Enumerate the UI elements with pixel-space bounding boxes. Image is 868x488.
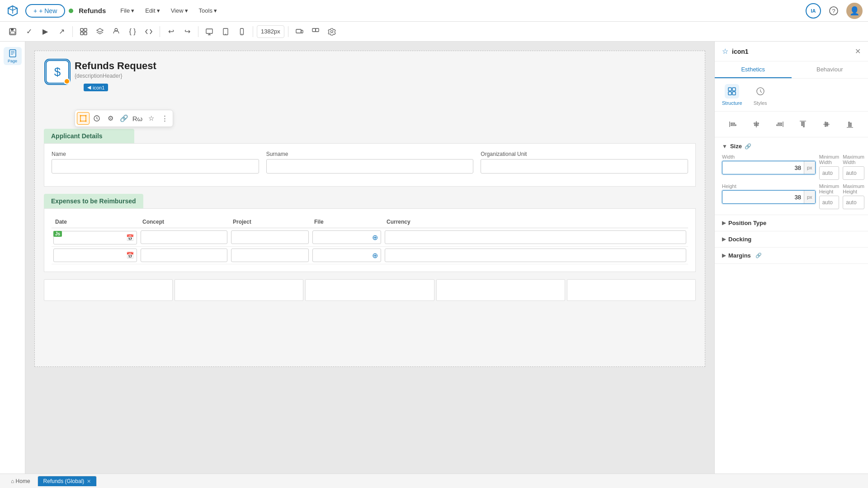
svg-point-14	[241, 33, 242, 34]
table-row: Js 📅	[52, 228, 688, 247]
user-avatar[interactable]: 👤	[846, 3, 863, 19]
docking-section[interactable]: ▶ Docking	[715, 231, 868, 248]
ia-badge[interactable]: IA	[806, 3, 821, 19]
nav-edit[interactable]: Edit ▾	[142, 5, 163, 16]
currency-input-1[interactable]	[385, 230, 686, 244]
nav-file[interactable]: File ▾	[117, 5, 138, 16]
form-icon[interactable]: $	[46, 60, 69, 84]
svg-rect-21	[80, 116, 86, 121]
components-button[interactable]	[76, 24, 91, 39]
calendar-icon-1[interactable]: 📅	[126, 234, 134, 241]
check-button[interactable]: ✓	[22, 24, 36, 39]
size-label: Size	[730, 143, 742, 150]
responsive-button[interactable]	[292, 24, 307, 39]
project-input-2[interactable]	[231, 249, 309, 262]
curly-button[interactable]: { }	[125, 24, 140, 39]
data-button[interactable]	[109, 24, 123, 39]
play-button[interactable]: ▶	[38, 24, 52, 39]
panel-close-btn[interactable]: ✕	[855, 47, 861, 56]
width-group: Width px	[722, 154, 816, 180]
element-name-title: icon1	[732, 48, 749, 55]
min-width-group: Minimum Width auto	[819, 154, 840, 180]
file-cell-2: ⊕	[311, 247, 383, 264]
settings-button[interactable]	[325, 24, 339, 39]
svg-rect-17	[312, 28, 316, 32]
code-button[interactable]	[142, 24, 156, 39]
add-file-icon-2[interactable]: ⊕	[372, 251, 378, 260]
ct-link-btn[interactable]: 🔗	[118, 112, 130, 125]
margins-section[interactable]: ▶ Margins 🔗	[715, 248, 868, 264]
project-input-1[interactable]	[231, 230, 309, 244]
height-input[interactable]	[722, 194, 804, 201]
save-button[interactable]	[5, 24, 20, 39]
col-date-header: Date	[52, 216, 139, 228]
applicant-section: Applicant Details Name Surname Organizat…	[44, 129, 696, 187]
width-input[interactable]	[722, 164, 804, 171]
new-button[interactable]: + + New	[25, 4, 65, 18]
svg-rect-10	[206, 29, 212, 33]
form-title: Refunds Request	[75, 60, 156, 72]
desktop-button[interactable]	[202, 24, 217, 39]
help-button[interactable]: ?	[826, 4, 841, 18]
nav-tools[interactable]: Tools ▾	[195, 5, 221, 16]
position-type-section[interactable]: ▶ Position Type	[715, 215, 868, 231]
concept-input-1[interactable]	[141, 230, 227, 244]
align-bottom[interactable]	[839, 117, 861, 131]
form-title-area: Refunds Request {descriptionHeader}	[75, 60, 156, 79]
layers-button[interactable]	[93, 24, 107, 39]
sidebar-item-page[interactable]: Page	[4, 47, 22, 65]
min-height-input-row: auto	[819, 196, 840, 209]
align-top[interactable]	[792, 117, 814, 131]
width-label: Width	[722, 154, 816, 160]
undo-button[interactable]: ↩	[164, 24, 178, 39]
refunds-tab[interactable]: Refunds (Global) ✕	[38, 476, 97, 486]
date-input-2[interactable]	[57, 252, 124, 258]
ct-settings-btn[interactable]: ⚙	[104, 112, 117, 125]
view-styles[interactable]: Styles	[753, 84, 768, 106]
add-file-icon-1[interactable]: ⊕	[372, 233, 378, 242]
ct-data-btn[interactable]: Rω	[131, 112, 144, 125]
name-input[interactable]	[52, 159, 259, 174]
home-tab[interactable]: ⌂ Home	[5, 476, 36, 486]
tab-esthetics[interactable]: Esthetics	[715, 61, 792, 78]
align-center-v[interactable]	[816, 117, 837, 131]
right-panel-title: ☆ icon1 ✕	[715, 42, 868, 61]
redo-button[interactable]: ↪	[180, 24, 194, 39]
nav-view[interactable]: View ▾	[167, 5, 192, 16]
ct-action-btn[interactable]: ☆	[145, 112, 157, 125]
min-height-group: Minimum Height auto	[819, 183, 840, 209]
date-input-1[interactable]	[57, 235, 124, 241]
calendar-icon-2[interactable]: 📅	[126, 252, 134, 259]
canvas-area[interactable]: $ Refunds Request {descriptionHeader} ◀ …	[25, 42, 714, 474]
app-logo[interactable]	[5, 4, 20, 18]
size-header[interactable]: ▼ Size 🔗	[722, 143, 861, 150]
project-cell-1	[229, 228, 311, 247]
tablet-button[interactable]	[218, 24, 233, 39]
concept-input-2[interactable]	[141, 249, 227, 262]
rp-view-tabs: Structure Styles	[715, 79, 868, 112]
size-chevron: ▼	[722, 143, 727, 150]
frames-button[interactable]	[308, 24, 323, 39]
publish-button[interactable]: ↗	[54, 24, 69, 39]
align-right[interactable]	[769, 117, 791, 131]
file-upload-2[interactable]: ⊕	[312, 249, 381, 262]
org-unit-input[interactable]	[481, 159, 688, 174]
structure-icon-box	[725, 84, 739, 99]
mobile-button[interactable]	[235, 24, 249, 39]
currency-input-2[interactable]	[385, 249, 686, 262]
ct-style-btn[interactable]	[90, 112, 103, 125]
ct-more-btn[interactable]: ⋮	[158, 112, 171, 125]
ct-transform-btn[interactable]	[77, 112, 90, 125]
view-structure[interactable]: Structure	[722, 84, 742, 106]
svg-rect-30	[732, 92, 736, 95]
tab1-close[interactable]: ✕	[87, 479, 91, 484]
align-center-h[interactable]	[745, 117, 767, 131]
concept-cell-1	[139, 228, 229, 247]
align-left[interactable]	[722, 117, 744, 131]
file-upload-1[interactable]: ⊕	[312, 230, 381, 244]
tab-behaviour[interactable]: Behaviour	[792, 61, 868, 78]
surname-input[interactable]	[266, 159, 474, 174]
margins-arrow: ▶	[722, 253, 726, 258]
min-width-input-row: auto	[819, 166, 840, 180]
bottom-cell-2	[175, 279, 303, 301]
